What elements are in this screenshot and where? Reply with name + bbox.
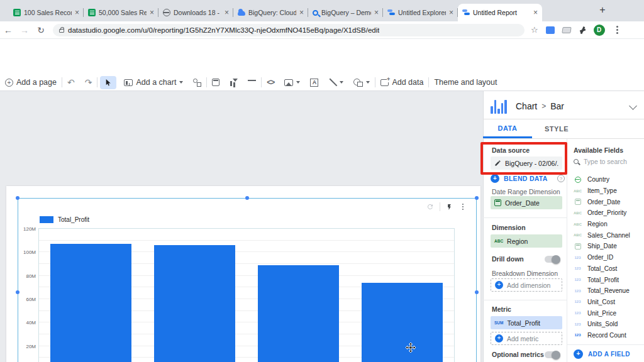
selected-bar-chart[interactable]: Total_Profit 020M40M60M80M100M120MCentra…	[18, 198, 477, 362]
chart-type-child[interactable]: Bar	[550, 101, 564, 111]
blend-data-button[interactable]: + BLEND DATA	[491, 174, 548, 183]
field-item[interactable]: 123Unit_Price	[574, 307, 643, 319]
chart-type-parent[interactable]: Chart	[516, 101, 537, 111]
add-a-field-button[interactable]: + ADD A FIELD	[574, 349, 630, 359]
resize-handle[interactable]	[475, 196, 479, 200]
field-item[interactable]: Country	[574, 174, 643, 185]
browser-menu-icon[interactable]	[616, 29, 618, 31]
browser-tab[interactable]: BigQuery: Cloud C×	[233, 4, 308, 21]
metric-chip[interactable]: SUM Total_Profit	[491, 316, 562, 329]
forward-icon[interactable]: →	[16, 25, 33, 35]
extension-icon-gray[interactable]	[562, 27, 571, 33]
browser-tab[interactable]: Downloads 18 - S×	[158, 4, 233, 21]
browser-tab[interactable]: 100 Sales Record×	[9, 4, 84, 21]
add-a-field-label: ADD A FIELD	[588, 351, 630, 358]
browser-tab[interactable]: Untitled Explorer×	[383, 4, 458, 21]
address-bar[interactable]: datastudio.google.com/u/0/reporting/1G5h…	[53, 24, 525, 36]
cloud-favicon	[238, 11, 245, 16]
add-page-button[interactable]: + Add a page	[0, 74, 62, 90]
bar-2[interactable]	[154, 245, 235, 362]
bar-4[interactable]	[362, 283, 443, 362]
field-item[interactable]: 123Record Count	[574, 330, 643, 341]
browser-profile-avatar[interactable]: D	[594, 25, 605, 36]
cursor-icon	[104, 79, 113, 87]
bar-1[interactable]	[50, 244, 131, 362]
chart-menu-icon[interactable]	[462, 206, 464, 208]
shape-tool-button[interactable]	[348, 74, 375, 90]
lightning-icon[interactable]	[446, 203, 453, 211]
image-icon	[284, 79, 293, 86]
resize-handle[interactable]	[16, 290, 19, 294]
resize-handle[interactable]	[16, 196, 19, 200]
breadcrumb-separator: >	[541, 102, 546, 111]
line-tool-button[interactable]	[323, 74, 348, 90]
field-item[interactable]: Order_Date	[574, 196, 643, 207]
tab-close-icon[interactable]: ×	[449, 8, 453, 17]
add-dimension-chip[interactable]: + Add dimension	[491, 278, 562, 292]
tab-style[interactable]: STYLE	[532, 119, 581, 138]
theme-layout-button[interactable]: Theme and layout	[429, 74, 502, 90]
y-axis-tick-label: 60M	[14, 297, 36, 302]
tab-close-icon[interactable]: ×	[150, 8, 154, 17]
bar-3[interactable]	[258, 265, 339, 362]
embed-url-button[interactable]: <>	[262, 74, 279, 90]
caret-down-icon	[179, 81, 183, 84]
browser-tab[interactable]: 50,000 Sales Rec×	[84, 4, 158, 21]
tab-close-icon[interactable]: ×	[533, 8, 538, 17]
filter-control-button[interactable]	[243, 74, 261, 90]
resize-handle[interactable]	[475, 290, 479, 294]
extension-icon-dark[interactable]	[579, 26, 586, 34]
field-item[interactable]: 123Unit_Cost	[574, 297, 643, 308]
field-item[interactable]: 123Order_ID	[574, 252, 643, 263]
add-data-button[interactable]: Add data	[375, 74, 428, 90]
field-item[interactable]: 123Units_Sold	[574, 319, 643, 330]
add-metric-chip[interactable]: + Add metric	[491, 332, 562, 345]
field-item[interactable]: ABCOrder_Priority	[574, 207, 643, 219]
field-item[interactable]: ABCSales_Channel	[574, 229, 643, 241]
field-item[interactable]: Ship_Date	[574, 241, 643, 252]
field-item[interactable]: 123Total_Cost	[574, 263, 643, 275]
data-control-button[interactable]	[225, 74, 243, 90]
select-tool-button[interactable]	[100, 76, 116, 89]
new-tab-button[interactable]: +	[595, 3, 610, 18]
field-item[interactable]: ABCRegion	[574, 219, 643, 230]
field-item[interactable]: 123Total_Revenue	[574, 285, 643, 297]
undo-button[interactable]: ↶	[62, 74, 80, 90]
resize-handle[interactable]	[245, 196, 249, 200]
field-search-input[interactable]: Type to search	[574, 158, 639, 165]
field-item[interactable]: 123Total_Profit	[574, 274, 643, 285]
url-text[interactable]: datastudio.google.com/u/0/reporting/1G5h…	[68, 26, 379, 34]
redo-button[interactable]: ↷	[80, 74, 97, 90]
report-canvas[interactable]: Total_Profit 020M40M60M80M100M120MCentra…	[0, 91, 483, 362]
extension-icon-blue[interactable]	[546, 26, 555, 34]
browser-tab[interactable]: BigQuery – Demo×	[308, 4, 383, 21]
bookmark-star-icon[interactable]: ☆	[531, 25, 538, 35]
back-icon[interactable]: ←	[0, 25, 16, 35]
field-numblue-icon: 123	[574, 333, 582, 337]
browser-tab[interactable]: Untitled Report×	[458, 4, 542, 21]
tab-close-icon[interactable]: ×	[374, 8, 379, 17]
dimension-chip[interactable]: ABC Region	[491, 234, 562, 248]
text-tool-button[interactable]: A	[305, 74, 323, 90]
help-circle-icon[interactable]: ?	[557, 175, 565, 182]
chart-legend-label: Total_Profit	[58, 216, 89, 223]
date-range-chip[interactable]: Order_Date	[491, 196, 562, 209]
date-range-control-button[interactable]	[207, 74, 225, 90]
metric-label: Metric	[492, 305, 511, 313]
reload-icon[interactable]: ↻	[33, 25, 49, 35]
community-viz-button[interactable]	[188, 74, 206, 90]
drill-down-toggle[interactable]	[545, 256, 560, 263]
chart-refresh-icon[interactable]	[426, 203, 434, 211]
tab-close-icon[interactable]: ×	[225, 8, 229, 17]
calendar-icon	[212, 79, 219, 86]
field-item[interactable]: ABCItem_Type	[574, 185, 643, 197]
add-chart-button[interactable]: Add a chart	[119, 74, 188, 90]
tab-data[interactable]: DATA	[483, 119, 532, 138]
image-tool-button[interactable]	[279, 74, 305, 90]
tab-close-icon[interactable]: ×	[75, 8, 79, 17]
red-annotation-box	[480, 142, 567, 175]
legend-swatch	[40, 216, 53, 223]
breakdown-dimension-label: Breakdown Dimension	[492, 270, 558, 277]
optional-metrics-toggle[interactable]	[545, 351, 560, 358]
tab-close-icon[interactable]: ×	[299, 8, 304, 17]
